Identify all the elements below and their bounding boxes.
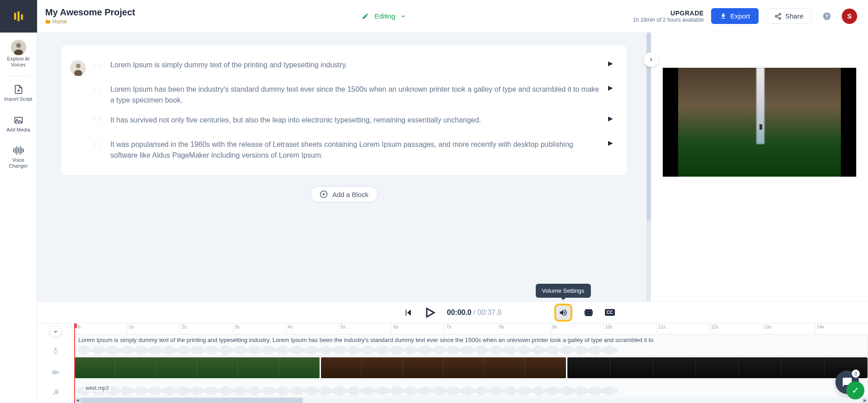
svg-marker-30 xyxy=(407,309,410,315)
play-line-button[interactable]: ▶ xyxy=(608,139,613,146)
drag-handle-icon[interactable]: ⋮⋮ xyxy=(91,116,104,123)
script-line[interactable]: ⋮⋮ It was popularised in the 1960s with … xyxy=(70,135,613,165)
script-line[interactable]: ⋮⋮ Lorem Ipsum has been the industry's s… xyxy=(70,80,613,110)
svg-point-41 xyxy=(57,393,58,394)
chevron-down-icon[interactable] xyxy=(401,14,406,19)
sidebar-label: Voice Changer xyxy=(3,157,34,169)
volume-settings-button[interactable] xyxy=(554,304,572,322)
time-display: 00:00.0 / 00:37.8 xyxy=(447,309,502,317)
script-line[interactable]: ⋮⋮ It has survived not only five centuri… xyxy=(70,110,613,135)
scrollbar-thumb[interactable] xyxy=(80,398,303,403)
svg-rect-35 xyxy=(587,310,588,311)
timeline-scrollbar[interactable]: ◀ ▶ xyxy=(74,398,868,403)
ruler-tick: 5s xyxy=(339,323,392,333)
editor-scrollbar[interactable] xyxy=(646,33,651,301)
sidebar-label: Add Media xyxy=(6,127,30,133)
svg-point-17 xyxy=(779,13,781,15)
video-track[interactable] xyxy=(74,357,868,379)
ruler-tick: 8s xyxy=(498,323,551,333)
upgrade-label[interactable]: UPGRADE xyxy=(633,9,704,17)
svg-marker-32 xyxy=(427,308,434,317)
video-settings-button[interactable] xyxy=(584,308,593,317)
sidebar-item-add-media[interactable]: Add Media xyxy=(0,109,37,139)
help-button[interactable]: ? xyxy=(819,9,835,24)
drag-handle-icon[interactable]: ⋮⋮ xyxy=(91,85,104,93)
ruler-tick: 0s xyxy=(74,323,127,333)
drag-handle-icon[interactable]: ⋮⋮ xyxy=(91,141,104,148)
play-line-button[interactable]: ▶ xyxy=(608,60,613,67)
sidebar-label: Import Script xyxy=(4,96,32,102)
sidebar-item-voice-changer[interactable]: Voice Changer xyxy=(0,139,37,175)
svg-marker-39 xyxy=(57,370,59,374)
speaker-avatar[interactable] xyxy=(70,60,85,75)
ruler-tick: 6s xyxy=(392,323,444,333)
ruler-tick: 4s xyxy=(286,323,339,333)
svg-point-5 xyxy=(14,49,23,56)
script-text[interactable]: It has survived not only five centuries,… xyxy=(110,115,602,126)
add-block-button[interactable]: Add a Block xyxy=(310,186,378,202)
project-title[interactable]: My Awesome Project xyxy=(45,7,135,18)
svg-point-40 xyxy=(53,393,55,395)
chat-badge: 0 xyxy=(852,370,860,378)
ruler-tick: 12s xyxy=(709,323,762,333)
svg-rect-0 xyxy=(14,13,16,19)
user-avatar[interactable]: S xyxy=(842,9,857,24)
breadcrumb[interactable]: Home xyxy=(45,19,135,25)
collapse-preview-button[interactable] xyxy=(644,52,658,67)
editing-status[interactable]: Editing xyxy=(374,12,395,20)
captions-button[interactable]: CC xyxy=(605,309,615,316)
script-text[interactable]: Lorem Ipsum has been the industry's stan… xyxy=(110,84,602,106)
video-preview[interactable] xyxy=(663,68,856,177)
avatar-icon xyxy=(10,39,27,56)
waveform xyxy=(75,386,868,395)
svg-rect-1 xyxy=(18,11,19,21)
sidebar-label: Explore AI Voices xyxy=(3,56,34,68)
svg-rect-37 xyxy=(590,310,591,311)
timeline-ruler[interactable]: 0s 1s 2s 3s 4s 5s 6s 7s 8s 9s 10s 11s 12… xyxy=(74,323,868,333)
voice-changer-icon xyxy=(13,145,24,155)
svg-line-21 xyxy=(777,14,779,16)
success-indicator: ✓ xyxy=(846,381,864,399)
script-text[interactable]: Lorem Ipsum is simply dummy text of the … xyxy=(110,60,602,70)
sidebar-item-explore-voices[interactable]: Explore AI Voices xyxy=(0,33,37,74)
voice-track[interactable]: Lorem Ipsum is simply dummy text of the … xyxy=(74,334,868,356)
voice-track-icon[interactable] xyxy=(37,340,74,361)
timeline-collapse-button[interactable] xyxy=(49,325,62,338)
script-line[interactable]: ⋮⋮ Lorem Ipsum is simply dummy text of t… xyxy=(70,55,613,80)
script-block-card: ⋮⋮ Lorem Ipsum is simply dummy text of t… xyxy=(61,45,627,175)
breadcrumb-home: Home xyxy=(52,19,67,25)
volume-tooltip: Volume Settings xyxy=(536,284,591,298)
sidebar-item-import-script[interactable]: Import Script xyxy=(0,78,37,108)
audio-track-icon[interactable] xyxy=(37,383,74,401)
share-button[interactable]: Share xyxy=(766,8,812,24)
pencil-icon xyxy=(362,13,369,20)
audio-track[interactable]: west.mp3 xyxy=(74,380,868,397)
export-button[interactable]: Export xyxy=(711,8,759,24)
drag-handle-icon[interactable]: ⋮⋮ xyxy=(91,61,104,68)
playback-controls: 00:00.0 / 00:37.8 Volume Settings CC xyxy=(37,301,868,323)
current-time: 00:00.0 xyxy=(447,309,472,316)
video-track-icon[interactable] xyxy=(37,361,74,383)
scroll-left-icon[interactable]: ◀ xyxy=(74,398,80,403)
script-text[interactable]: It was popularised in the 1960s with the… xyxy=(110,139,602,161)
play-button[interactable] xyxy=(424,306,436,319)
ruler-tick: 13s xyxy=(762,323,815,333)
ruler-tick: 9s xyxy=(551,323,604,333)
skip-back-button[interactable] xyxy=(404,308,413,317)
scroll-right-icon[interactable]: ▶ xyxy=(862,398,868,403)
editor-pane: ⋮⋮ Lorem Ipsum is simply dummy text of t… xyxy=(37,33,651,301)
preview-pane xyxy=(651,33,868,301)
total-time: 00:37.8 xyxy=(477,309,501,316)
app-logo[interactable] xyxy=(0,0,37,33)
ruler-tick: 2s xyxy=(180,323,233,333)
ruler-tick: 1s xyxy=(127,323,180,333)
svg-point-4 xyxy=(16,43,21,48)
audio-file-label: west.mp3 xyxy=(84,385,110,391)
add-block-label: Add a Block xyxy=(332,191,368,198)
svg-rect-31 xyxy=(406,309,406,315)
svg-point-18 xyxy=(775,15,777,17)
playhead[interactable] xyxy=(74,323,75,403)
play-line-button[interactable]: ▶ xyxy=(608,84,613,91)
play-line-button[interactable]: ▶ xyxy=(608,115,613,122)
svg-text:?: ? xyxy=(825,13,828,19)
